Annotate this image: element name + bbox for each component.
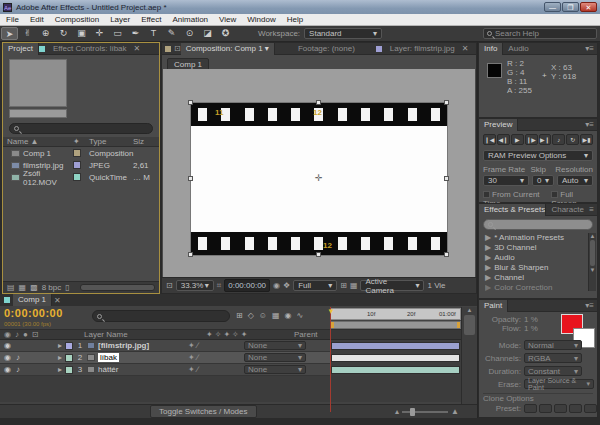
work-area-end-handle[interactable]	[457, 322, 460, 328]
loop-button[interactable]: ↻	[566, 134, 579, 145]
panel-menu-icon[interactable]: ▾≡	[582, 301, 597, 310]
menu-view[interactable]: View	[219, 15, 236, 24]
layer-duration-bar[interactable]	[331, 366, 460, 374]
zoom-out-icon[interactable]: ▴	[395, 407, 399, 416]
channels-dropdown[interactable]: RGBA▾	[524, 353, 582, 363]
layer-switches[interactable]: ✦ ∕	[188, 365, 244, 374]
new-composition-icon[interactable]: ▩	[30, 283, 38, 292]
tab-timeline-comp1[interactable]: Comp 1	[13, 294, 52, 306]
selection-handle[interactable]	[188, 252, 193, 257]
selection-handle[interactable]	[188, 176, 193, 181]
current-time-indicator-line[interactable]	[330, 307, 331, 412]
skip-dropdown[interactable]: 0▾	[532, 175, 554, 186]
parent-header[interactable]: Parent	[294, 330, 318, 339]
close-icon[interactable]: ✕	[132, 44, 143, 53]
ram-preview-button[interactable]: ▶▮	[580, 134, 593, 145]
close-icon[interactable]: ✕	[52, 296, 63, 305]
selection-handle[interactable]	[316, 100, 321, 105]
play-button[interactable]: ▶	[511, 134, 524, 145]
mask-shape-tool-icon[interactable]: ▭	[109, 27, 126, 40]
ram-preview-options-dropdown[interactable]: RAM Preview Options▾	[483, 150, 593, 161]
resolution-dropdown[interactable]: Auto▾	[557, 175, 593, 186]
close-icon[interactable]: ✕	[460, 44, 471, 53]
last-frame-button[interactable]: ▶❙	[539, 134, 552, 145]
tab-preview[interactable]: Preview	[479, 119, 518, 131]
clone-preset-button[interactable]	[539, 404, 552, 413]
type-tool-icon[interactable]: T	[145, 27, 162, 40]
layer-label-chip[interactable]	[65, 342, 73, 350]
work-area-bar[interactable]	[330, 321, 461, 329]
opacity-value[interactable]: 1 %	[524, 315, 538, 324]
tab-layer[interactable]: Layer: filmstrip.jpg	[385, 43, 460, 55]
label-chip[interactable]	[73, 149, 81, 157]
duration-dropdown[interactable]: Constant▾	[524, 366, 582, 376]
parent-dropdown[interactable]: None▾	[244, 353, 306, 362]
audio-icon[interactable]: ♪	[16, 365, 20, 374]
new-folder-icon[interactable]: ▦	[19, 283, 27, 292]
zoom-in-icon[interactable]: ▲	[451, 407, 459, 416]
magnification-dropdown[interactable]: 33.3%▾	[176, 280, 214, 291]
playhead-icon[interactable]: ▼	[327, 307, 335, 316]
layer-name-header[interactable]: Layer Name	[58, 330, 206, 339]
anchor-point-icon[interactable]: ✛	[315, 173, 323, 183]
snapshot-icon[interactable]: ◉	[273, 281, 280, 290]
label-chip[interactable]	[73, 161, 81, 169]
layer-track[interactable]	[330, 364, 461, 376]
erase-dropdown[interactable]: Layer Source & Paint▾	[524, 379, 594, 389]
effects-category[interactable]: ▶Audio	[479, 253, 597, 263]
effects-category[interactable]: ▶Color Correction	[479, 283, 597, 293]
time-ruler[interactable]: 10f 20f 01:00f	[330, 308, 461, 320]
project-list-header[interactable]: Name ▲ ✦ Type Siz	[3, 137, 159, 147]
project-search-input[interactable]	[9, 123, 153, 134]
composition-viewer[interactable]: 11 12 12 ✛	[163, 69, 475, 277]
menu-animation[interactable]: Animation	[172, 15, 208, 24]
mode-dropdown[interactable]: Normal▾	[524, 340, 582, 350]
selection-tool-icon[interactable]: ➤	[1, 27, 18, 40]
tab-effect-controls[interactable]: Effect Controls: líbak	[48, 43, 132, 55]
filmstrip-image[interactable]: 11 12 12 ✛	[191, 103, 447, 255]
clone-stamp-tool-icon[interactable]: ⊙	[181, 27, 198, 40]
layer-row-3[interactable]: ◉♪ ▸ 3 háttér ✦ ∕ None▾	[0, 364, 477, 376]
toggle-switches-modes-button[interactable]: Toggle Switches / Modes	[150, 405, 257, 418]
eye-icon[interactable]: ◉	[4, 341, 11, 350]
interpret-footage-icon[interactable]: ▤	[7, 283, 15, 292]
menu-layer[interactable]: Layer	[110, 15, 130, 24]
roi-icon[interactable]: ⊞	[340, 281, 347, 290]
safe-guides-icon[interactable]: ⌗	[217, 281, 222, 291]
parent-dropdown[interactable]: None▾	[244, 365, 306, 374]
selection-handle[interactable]	[188, 100, 193, 105]
audio-icon[interactable]: ♪	[16, 353, 20, 362]
layer-track[interactable]	[330, 352, 461, 364]
effects-search-input[interactable]	[483, 219, 593, 230]
motion-blur-icon[interactable]: ◉	[285, 311, 292, 320]
clone-preset-button[interactable]	[524, 404, 537, 413]
restore-button[interactable]: ❐	[562, 2, 579, 12]
comp-mini-flowchart-icon[interactable]: ⊞	[236, 311, 243, 320]
puppet-tool-icon[interactable]: ✪	[217, 27, 234, 40]
layer-name[interactable]: [filmstrip.jpg]	[98, 341, 149, 350]
layer-switches[interactable]: ✦ ∕	[188, 341, 244, 350]
effects-category[interactable]: ▶Blur & Sharpen	[479, 263, 597, 273]
timeline-search-input[interactable]	[92, 310, 230, 322]
draft-3d-icon[interactable]: ◇	[248, 311, 254, 320]
effects-category[interactable]: ▶* Animation Presets	[479, 233, 597, 243]
layer-name[interactable]: háttér	[98, 365, 118, 374]
region-icon[interactable]: ⊡	[166, 281, 173, 290]
eye-icon[interactable]: ◉	[4, 365, 11, 374]
layer-switches[interactable]: ✦ ∕	[188, 353, 244, 362]
tab-audio[interactable]: Audio	[503, 43, 533, 55]
menu-file[interactable]: File	[6, 15, 19, 24]
graph-editor-icon[interactable]: ∿	[297, 311, 304, 320]
panel-menu-icon[interactable]: ≡	[586, 205, 597, 214]
menu-composition[interactable]: Composition	[55, 15, 99, 24]
layer-track[interactable]	[330, 340, 461, 352]
camera-tool-icon[interactable]: ▣	[73, 27, 90, 40]
expand-arrow-icon[interactable]: ▸	[58, 353, 62, 362]
tab-character[interactable]: Characte	[546, 204, 586, 216]
comp-timecode[interactable]: 0:00:00:00	[224, 279, 270, 292]
view-layout-label[interactable]: 1 Vie	[427, 281, 445, 290]
effects-scrollbar[interactable]: ▲▼	[588, 233, 596, 291]
first-frame-button[interactable]: ❙◀	[483, 134, 496, 145]
clone-preset-button[interactable]	[584, 404, 597, 413]
bpc-button[interactable]: 8 bpc	[42, 283, 62, 292]
